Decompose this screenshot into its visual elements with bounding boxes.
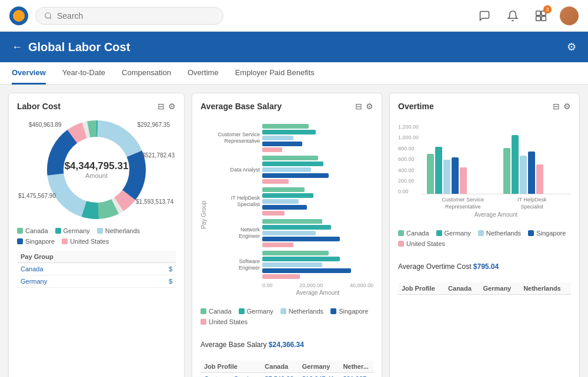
avg-base-salary-card: Average Base Salary ⊟ ⚙ Pay Group Custom… — [192, 93, 382, 377]
donut-label: Amount — [65, 172, 129, 179]
labor-cost-legend: Canada Germany Netherlands Singapore Uni… — [17, 227, 176, 245]
bar-ne-netherlands — [262, 231, 316, 235]
bar-csr-singapore — [262, 142, 302, 146]
th-canada: Canada — [445, 282, 479, 295]
bar-label-csr: Customer ServiceRepresentative — [207, 132, 260, 144]
settings-icon[interactable]: ⚙ — [563, 102, 571, 111]
bar-da-us — [262, 179, 289, 184]
bar-it-netherlands — [520, 156, 527, 194]
apps-button[interactable]: 3 — [532, 6, 550, 25]
th-job-profile: Job Profile — [398, 282, 445, 295]
bar-label-ne: NetworkEngineer — [207, 227, 260, 240]
table-cell-canada-val: $ — [142, 263, 176, 275]
bars-ne — [262, 219, 373, 247]
legend-netherlands: Netherlands — [478, 230, 521, 237]
legend-dot-singapore — [17, 238, 23, 244]
y-tick-400: 400.00 — [398, 167, 419, 173]
y-tick-600: 600.00 — [398, 156, 419, 162]
bar-csr-us — [262, 147, 282, 152]
th-canada: Canada — [261, 361, 298, 373]
settings-button[interactable]: ⚙ — [567, 41, 576, 53]
bars-csr — [262, 124, 373, 152]
legend-canada: Canada — [17, 227, 48, 234]
bar-ne-germany — [262, 225, 331, 230]
legend-canada: Canada — [398, 230, 429, 237]
td-job-profile[interactable]: Customer Service — [201, 373, 261, 378]
bar-csr-canada — [427, 154, 434, 194]
x-tick-2: 40,000.00 — [350, 282, 373, 288]
bar-se-canada — [262, 251, 329, 255]
svg-rect-4 — [542, 16, 546, 21]
bar-label-it: IT HelpDeskSpecialist — [207, 195, 260, 208]
overtime-x-axis-label: Average Amount — [421, 211, 571, 218]
legend-singapore: Singapore — [528, 230, 566, 237]
settings-icon[interactable]: ⚙ — [366, 102, 373, 111]
bar-row-csr: Customer ServiceRepresentative — [207, 124, 373, 152]
bar-it-singapore — [262, 205, 307, 210]
table-row: Customer Service $7,546.20 $12,047.41 $2… — [201, 373, 373, 378]
labor-cost-card: Labor Cost ⊟ ⚙ $46 — [8, 93, 185, 377]
table-row: Canada $ — [17, 263, 176, 275]
tab-compensation[interactable]: Compensation — [122, 62, 171, 85]
svg-rect-1 — [536, 11, 541, 15]
avg-salary-summary: Average Base Salary $24,366.34 — [201, 341, 373, 349]
page-title: Global Labor Cost — [28, 41, 130, 54]
bar-row-da: Data Analyst — [207, 156, 373, 184]
avg-salary-legend: Canada Germany Netherlands Singapore Uni… — [201, 308, 373, 325]
legend-germany: Germany — [55, 227, 90, 234]
avg-salary-header: Average Base Salary ⊟ ⚙ — [201, 102, 373, 111]
bar-row-ne: NetworkEngineer — [207, 219, 373, 247]
search-box[interactable] — [35, 7, 223, 25]
bars-da — [262, 156, 373, 184]
chat-button[interactable] — [475, 6, 494, 25]
td-canada: $7,546.20 — [261, 373, 298, 378]
vert-chart-area: Customer ServiceRepresentative IT HelpDe… — [421, 124, 571, 218]
table-cell-canada[interactable]: Canada — [17, 263, 142, 275]
bar-csr-germany — [435, 147, 442, 194]
bar-group-csr — [427, 147, 489, 194]
legend-us: United States — [201, 318, 248, 325]
legend-germany: Germany — [239, 308, 273, 315]
x-labels: Customer ServiceRepresentative IT HelpDe… — [421, 197, 571, 210]
table-header-paygroup: Pay Group — [17, 251, 142, 263]
tab-employer-paid-benefits[interactable]: Employer Paid Benefits — [235, 62, 315, 85]
filter-icon[interactable]: ⊟ — [355, 102, 362, 111]
bar-csr-us — [460, 167, 467, 194]
filter-icon[interactable]: ⊟ — [553, 102, 560, 111]
y-tick-800: 800.00 — [398, 146, 419, 152]
label-us: $460,963.89 — [29, 122, 62, 128]
tab-overtime[interactable]: Overtime — [188, 62, 219, 85]
search-input[interactable] — [57, 11, 215, 21]
overtime-chart: 1,200.00 1,000.00 800.00 600.00 400.00 2… — [398, 124, 571, 218]
tab-overview[interactable]: Overview — [12, 62, 46, 85]
legend-canada: Canada — [201, 308, 232, 315]
user-avatar[interactable] — [560, 6, 579, 25]
settings-icon[interactable]: ⚙ — [168, 102, 176, 111]
x-axis-ticks: 0.00 20,000.00 40,000.00 — [207, 282, 373, 288]
workday-logo[interactable] — [9, 6, 28, 25]
label-netherlands: $1,475,567.90 — [18, 193, 56, 199]
legend-us: United States — [62, 238, 109, 245]
y-tick-200: 200.00 — [398, 178, 419, 184]
tab-year-to-date[interactable]: Year-to-Date — [62, 62, 105, 85]
table-cell-germany[interactable]: Germany — [17, 275, 142, 288]
notification-badge: 3 — [543, 5, 552, 14]
bar-row-it: IT HelpDeskSpecialist — [207, 187, 373, 216]
table-cell-germany-val: $ — [142, 275, 176, 288]
notification-button[interactable] — [503, 6, 522, 25]
back-button[interactable]: ← — [12, 41, 22, 53]
bar-it-germany — [262, 193, 313, 198]
th-netherlands: Netherlands — [520, 282, 571, 295]
label-canada: $292,967.35 — [137, 122, 170, 128]
bar-ne-us — [262, 243, 293, 247]
legend-dot-us — [62, 238, 68, 244]
legend-netherlands: Netherlands — [97, 227, 140, 234]
donut-chart: $460,963.89 $292,967.35 $521,782.43 $1,5… — [17, 117, 176, 223]
y-tick-0: 0.00 — [398, 188, 419, 194]
main-content: Labor Cost ⊟ ⚙ $46 — [0, 85, 588, 377]
legend-netherlands: Netherlands — [280, 308, 323, 315]
bar-se-singapore — [262, 268, 351, 273]
overtime-actions: ⊟ ⚙ — [553, 102, 571, 111]
bar-csr-netherlands — [262, 136, 293, 140]
filter-icon[interactable]: ⊟ — [158, 102, 165, 111]
